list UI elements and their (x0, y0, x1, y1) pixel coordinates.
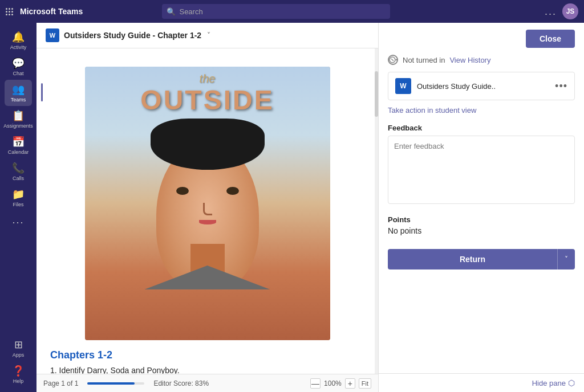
sidebar-item-calls[interactable]: 📞 Calls (5, 158, 32, 185)
doc-title: Outsiders Study Guide - Chapter 1-2 (64, 31, 201, 40)
apps-grid-icon[interactable] (6, 8, 13, 15)
files-icon: 📁 (12, 188, 25, 201)
status-icon (388, 55, 398, 65)
help-icon: ❓ (12, 365, 25, 377)
return-section: Return ˅ (388, 249, 575, 270)
hide-pane[interactable]: Hide pane ⬡ (379, 373, 584, 392)
close-button[interactable]: Close (526, 30, 575, 48)
view-history-link[interactable]: View History (449, 56, 490, 64)
points-section: Points No points (388, 215, 575, 235)
assignments-icon: 📋 (12, 109, 25, 122)
calls-icon: 📞 (12, 162, 25, 174)
feedback-textarea[interactable] (388, 136, 575, 204)
progress-fill (87, 382, 135, 385)
sidebar-item-more[interactable]: ... (5, 211, 32, 230)
right-panel-body: Not turned in View History W Outsiders S… (379, 55, 584, 373)
editor-score: Editor Score: 83% (153, 379, 209, 387)
zoom-controls: — 100% + Fit (310, 378, 371, 389)
page-info: Page 1 of 1 (43, 379, 78, 387)
file-more-options[interactable]: ••• (555, 80, 567, 92)
sidebar-item-files[interactable]: 📁 Files (5, 185, 32, 211)
doc-footer: Page 1 of 1 Editor Score: 83% — 100% + F… (36, 374, 378, 392)
file-word-icon: W (395, 78, 411, 94)
sidebar-item-help[interactable]: ❓ Help (5, 361, 32, 387)
return-dropdown-button[interactable]: ˅ (557, 249, 575, 270)
svg-line-1 (391, 59, 394, 61)
not-turned-in-status: Not turned in View History (388, 55, 575, 65)
sidebar-item-calendar[interactable]: 📅 Calendar (5, 132, 32, 158)
chat-icon: 💬 (12, 57, 25, 70)
chapters-text: 1. Identify Darry, Soda and Ponyboy. (50, 366, 364, 374)
assignment-file-card: W Outsiders Study Guide.. ••• (388, 72, 575, 100)
book-title-main: OUTSIDE (140, 87, 274, 114)
feedback-label: Feedback (388, 124, 575, 132)
file-name: Outsiders Study Guide.. (417, 82, 549, 91)
search-icon: 🔍 (167, 7, 176, 16)
search-bar[interactable]: 🔍 (162, 4, 390, 19)
zoom-level: 100% (324, 379, 342, 387)
zoom-minus-button[interactable]: — (310, 378, 321, 389)
doc-header: W Outsiders Study Guide - Chapter 1-2 ˅ (36, 23, 378, 48)
sidebar-item-apps[interactable]: ⊞ Apps (5, 335, 32, 361)
word-icon: W (46, 28, 59, 42)
calendar-icon: 📅 (12, 136, 25, 148)
topbar-right: ... JS (545, 3, 578, 19)
scrollbar-track (375, 48, 378, 374)
right-panel: Close Not turned in View History (379, 23, 584, 392)
doc-body: the OUTSIDE (36, 48, 378, 374)
book-title-top: the (200, 72, 216, 85)
activity-icon: 🔔 (12, 31, 25, 43)
topbar: Microsoft Teams 🔍 ... JS (0, 0, 584, 23)
main-layout: 🔔 Activity 💬 Chat 👥 Teams 📋 Assignments … (0, 23, 584, 392)
title-chevron-icon[interactable]: ˅ (207, 31, 210, 39)
document-pane: W Outsiders Study Guide - Chapter 1-2 ˅ … (36, 23, 379, 392)
sidebar: 🔔 Activity 💬 Chat 👥 Teams 📋 Assignments … (0, 23, 36, 392)
chapters-title: Chapters 1-2 (50, 349, 364, 361)
sidebar-item-assignments[interactable]: 📋 Assignments (5, 106, 32, 132)
return-button[interactable]: Return (388, 249, 557, 270)
book-cover: the OUTSIDE (85, 67, 330, 340)
book-illustration (145, 119, 270, 289)
fit-button[interactable]: Fit (359, 378, 371, 389)
avatar[interactable]: JS (562, 3, 578, 19)
sidebar-item-chat[interactable]: 💬 Chat (5, 54, 32, 80)
more-options-icon[interactable]: ... (545, 6, 557, 18)
not-turned-in-text: Not turned in (403, 56, 445, 64)
progress-track (87, 382, 144, 385)
points-label: Points (388, 215, 575, 224)
content-area: W Outsiders Study Guide - Chapter 1-2 ˅ … (36, 23, 584, 392)
sidebar-item-teams[interactable]: 👥 Teams (5, 80, 32, 106)
scrollbar-thumb[interactable] (375, 71, 378, 117)
teams-icon: 👥 (12, 83, 25, 96)
app-title: Microsoft Teams (20, 7, 83, 16)
points-value: No points (388, 226, 575, 235)
apps-icon: ⊞ (14, 338, 23, 351)
right-panel-header: Close (379, 23, 584, 55)
not-turned-in-svg-icon (389, 56, 396, 63)
search-input[interactable] (179, 7, 386, 16)
hide-pane-icon: ⬡ (568, 378, 575, 387)
sidebar-item-activity[interactable]: 🔔 Activity (5, 27, 32, 54)
take-action-link[interactable]: Take action in student view (388, 106, 575, 115)
zoom-plus-button[interactable]: + (345, 378, 355, 389)
chapters-section: Chapters 1-2 1. Identify Darry, Soda and… (36, 340, 378, 374)
hide-pane-label: Hide pane (532, 379, 566, 387)
